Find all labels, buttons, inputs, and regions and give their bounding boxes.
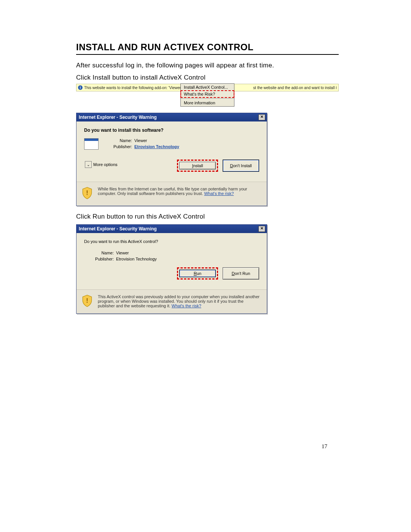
dialog2-footer: ! This ActiveX control was previously ad… [76,289,267,313]
name-value-2: Viewer [116,251,129,255]
dialog2-question: Do you want to run this ActiveX control? [84,239,259,244]
shield-icon: ! [82,187,92,200]
more-options[interactable]: ⌄ More options [85,161,118,168]
menu-more-information[interactable]: More information [181,99,234,106]
publisher-link[interactable]: Etrovision Technology [134,144,179,149]
dialog-question: Do you want to install this software? [84,128,259,133]
name-label: Name: [102,138,132,143]
shield-icon-2: ! [82,294,92,308]
dont-install-button[interactable]: Don't Install [223,160,259,172]
intro-text: After successful log in, the following p… [76,62,339,69]
dialog-title: Internet Explorer - Security Warning [79,115,157,120]
install-highlight: Install [177,160,218,172]
footer-text: While files from the Internet can be use… [98,187,261,196]
dialog-footer: ! While files from the Internet can be u… [76,182,267,206]
run-highlight: Run [177,267,218,280]
menu-install-activex[interactable]: Install ActiveX Control... [181,84,234,91]
publisher-label-2: Publisher: [91,257,114,261]
name-label-2: Name: [91,251,114,255]
software-icon [84,138,99,150]
name-value: Viewer [134,138,147,143]
whats-the-risk-link[interactable]: What's the risk? [204,191,234,196]
instruction-install: Click Install button to install ActiveX … [76,74,339,81]
run-dialog: Internet Explorer - Security Warning ✕ D… [76,224,267,314]
dialog-titlebar: Internet Explorer - Security Warning ✕ [76,113,267,121]
footer-text-2: This ActiveX control was previously adde… [98,294,261,308]
instruction-run: Click Run button to run this ActiveX Con… [76,213,339,220]
svg-text:!: ! [86,189,88,196]
run-button[interactable]: Run [179,270,216,277]
menu-whats-the-risk[interactable]: What's the Risk? [181,91,234,97]
close-button[interactable]: ✕ [258,114,265,120]
svg-text:!: ! [86,297,88,304]
context-menu: Install ActiveX Control... What's the Ri… [180,83,234,107]
menu-separator [181,98,234,99]
chevron-down-icon[interactable]: ⌄ [85,161,92,168]
publisher-value-2: Etrovision Technology [116,257,157,261]
publisher-label: Publisher: [102,144,132,149]
close-button-2[interactable]: ✕ [258,226,265,232]
dont-run-button[interactable]: Don't Run [223,267,259,280]
info-icon: i [78,85,83,90]
install-button[interactable]: Install [179,162,216,169]
install-dialog: Internet Explorer - Security Warning ✕ D… [76,113,267,206]
section-heading: INSTALL AND RUN ACTIVEX CONTROL [76,42,339,55]
dialog2-titlebar: Internet Explorer - Security Warning ✕ [76,225,267,233]
whats-the-risk-link-2[interactable]: What's the risk? [172,304,201,308]
dialog2-title: Internet Explorer - Security Warning [79,226,157,232]
page-number: 17 [76,443,339,450]
